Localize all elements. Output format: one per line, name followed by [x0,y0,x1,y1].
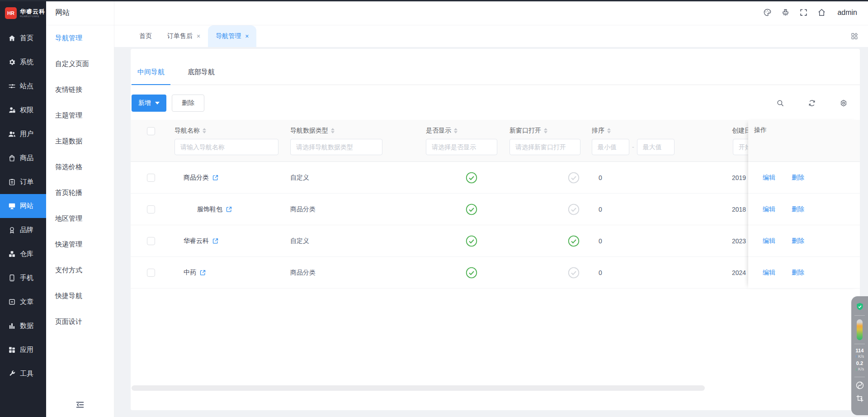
nav-data-type: 商品分类 [290,257,426,288]
swirl-icon[interactable] [855,381,864,390]
sidebar-item-website[interactable]: 网站 [0,194,46,218]
tab-home[interactable]: 首页 [132,25,160,47]
column-label-name[interactable]: 导航名称 [175,127,200,135]
nav-data-type: 商品分类 [290,194,426,225]
submenu-item-filter-price[interactable]: 筛选价格 [46,154,114,180]
visible-check-icon [466,235,477,247]
edit-link[interactable]: 编辑 [763,269,775,277]
edit-link[interactable]: 编辑 [763,237,775,245]
close-tab-icon[interactable]: × [245,33,249,40]
username[interactable]: admin [837,9,857,17]
sidebar-item-article[interactable]: 文章 [0,290,46,314]
external-link-icon[interactable] [199,269,206,276]
external-link-icon[interactable] [212,174,219,181]
sidebar-item-mobile[interactable]: 手机 [0,266,46,290]
horizontal-scrollbar[interactable] [132,385,705,391]
tab-order-after-sale[interactable]: 订单售后× [160,25,208,47]
table-settings-icon[interactable] [840,99,848,107]
sidebar-item-order[interactable]: 订单 [0,170,46,194]
delete-link[interactable]: 删除 [792,269,804,277]
panel-tab-bottom-nav[interactable]: 底部导航 [182,68,221,85]
wrench-icon [8,370,16,378]
sidebar-item-goods[interactable]: 商品 [0,146,46,170]
sidebar-item-label: 工具 [20,370,33,378]
range-separator: - [632,143,634,151]
submenu-item-theme-manage[interactable]: 主题管理 [46,103,114,128]
filter-nav-name-input[interactable] [175,139,278,155]
row-checkbox[interactable] [147,205,155,213]
brand-logo-icon: HR [5,7,17,19]
brush-icon[interactable] [781,8,790,17]
visible-check-icon [466,267,477,279]
sort-carets-icon[interactable] [454,128,458,133]
submenu-item-nav-manage[interactable]: 导航管理 [46,25,114,51]
palette-icon[interactable] [763,8,772,17]
fullscreen-icon[interactable] [799,8,808,17]
sidebar-item-data[interactable]: 数据 [0,314,46,338]
brand-logo[interactable]: HR 华睿云科 HUARUIYUNKE [0,0,46,26]
sidebar-item-site[interactable]: 站点 [0,74,46,98]
crop-icon[interactable] [855,394,864,403]
row-checkbox[interactable] [147,174,155,182]
refresh-icon[interactable] [808,99,816,107]
filter-visible-select[interactable] [426,139,497,155]
sort-carets-icon[interactable] [544,128,547,133]
page-tab-bar: 首页订单售后×导航管理× [114,25,868,47]
sidebar-item-brand[interactable]: 品牌 [0,218,46,242]
submenu-item-region-manage[interactable]: 地区管理 [46,206,114,232]
download-arrow-icon: ↓ [855,367,858,372]
edit-link[interactable]: 编辑 [763,205,775,213]
tab-nav-manage[interactable]: 导航管理× [208,25,256,47]
filter-type-select[interactable] [290,139,382,155]
delete-link[interactable]: 删除 [792,237,804,245]
submenu-item-express-manage[interactable]: 快递管理 [46,232,114,257]
edit-link[interactable]: 编辑 [763,174,775,182]
search-icon[interactable] [776,99,784,107]
submenu-item-friend-links[interactable]: 友情链接 [46,77,114,103]
row-checkbox[interactable] [147,237,155,245]
add-button[interactable]: 新增 [132,95,166,112]
sidebar-item-app[interactable]: 应用 [0,338,46,362]
submenu-item-home-carousel[interactable]: 首页轮播 [46,180,114,206]
sidebar-item-system[interactable]: 系统 [0,50,46,74]
submenu-item-page-design[interactable]: 页面设计 [46,309,114,335]
collapse-sidebar-icon[interactable] [75,400,85,410]
external-link-icon[interactable] [226,206,232,213]
panel-tab-middle-nav[interactable]: 中间导航 [132,68,170,85]
external-link-icon[interactable] [212,237,219,244]
delete-button[interactable]: 删除 [172,95,204,112]
sidebar-item-home[interactable]: 首页 [0,26,46,50]
gear-icon [8,58,16,66]
sidebar-item-permission[interactable]: 权限 [0,98,46,122]
sidebar-item-user[interactable]: 用户 [0,122,46,146]
filter-sort-max-input[interactable] [637,139,675,155]
column-label-type[interactable]: 导航数据类型 [290,127,328,135]
sort-carets-icon[interactable] [607,128,611,133]
column-label-sort[interactable]: 排序 [592,127,604,135]
submenu-item-theme-data[interactable]: 主题数据 [46,128,114,154]
column-label-visible[interactable]: 是否显示 [426,127,451,135]
sort-carets-icon[interactable] [331,128,335,133]
delete-link[interactable]: 删除 [792,205,804,213]
filter-new-window-select[interactable] [509,139,580,155]
sidebar-item-warehouse[interactable]: 仓库 [0,242,46,266]
floating-net-monitor[interactable]: 114 ↑K/s 0.2 ↓K/s [851,296,868,415]
close-tab-icon[interactable]: × [197,33,200,40]
sort-carets-icon[interactable] [203,128,206,133]
column-label-new-window[interactable]: 新窗口打开 [509,127,541,135]
submenu-item-quick-nav[interactable]: 快捷导航 [46,283,114,309]
tab-label: 导航管理 [216,32,241,40]
tab-options-grid-icon[interactable] [850,32,859,40]
sidebar-item-tool[interactable]: 工具 [0,362,46,386]
sidebar-item-label: 用户 [20,130,33,138]
filter-sort-min-input[interactable] [592,139,629,155]
row-checkbox[interactable] [147,269,155,277]
submenu-item-payment-method[interactable]: 支付方式 [46,257,114,283]
home-icon[interactable] [817,8,826,17]
submenu-item-custom-page[interactable]: 自定义页面 [46,51,114,77]
content-area: 中间导航底部导航 新增 删除 [114,47,868,417]
sidebar-item-label: 品牌 [20,226,33,234]
app-grid-icon [8,346,16,354]
delete-link[interactable]: 删除 [792,174,804,182]
select-all-checkbox[interactable] [147,127,155,135]
